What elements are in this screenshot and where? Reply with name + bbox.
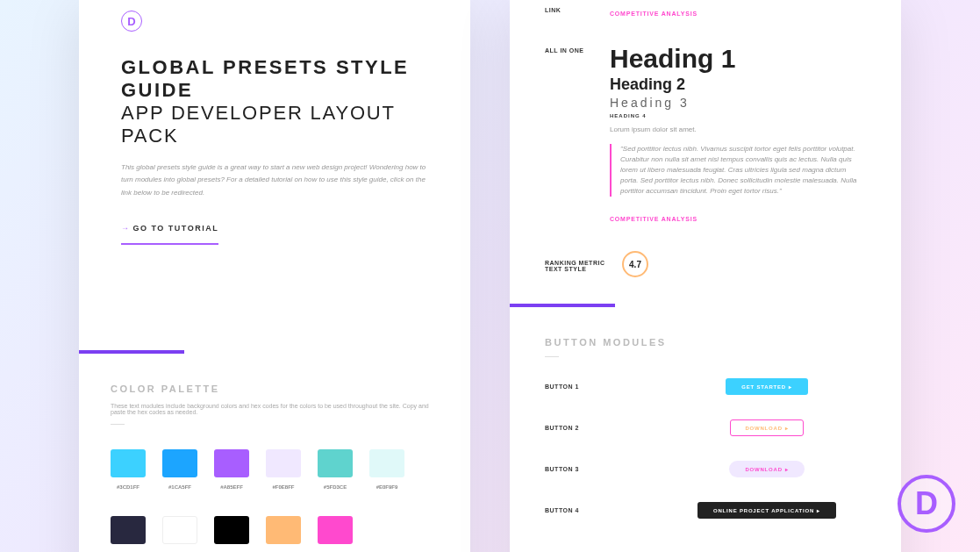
mini-divider	[545, 356, 559, 357]
swatch-label: #3CD1FF	[117, 484, 139, 490]
swatch-item: #1CA5FF	[162, 449, 197, 490]
swatch-row-1: #3CD1FF #1CA5FF #A85EFF #F0E8FF #5FD3CE …	[111, 449, 439, 490]
color-swatch	[214, 516, 249, 544]
heading-4: HEADING 4	[610, 113, 866, 118]
swatch-item: #FFBA75	[266, 516, 301, 552]
swatch-item: #F0E8FF	[266, 449, 301, 490]
arrow-icon: ▸	[785, 425, 789, 431]
get-started-button[interactable]: GET STARTED▸	[726, 378, 808, 395]
color-palette-title: COLOR PALETTE	[111, 384, 439, 394]
blockquote: "Sed porttitor lectus nibh. Vivamus susc…	[610, 144, 866, 197]
color-swatch	[162, 449, 197, 477]
heading-3: Heading 3	[610, 96, 866, 110]
allinone-label: ALL IN ONE	[545, 44, 610, 225]
color-swatch	[266, 449, 301, 477]
right-panel: LINK COMPETITIVE ANALYSIS ALL IN ONE Hea…	[510, 0, 901, 552]
swatch-label: #1CA5FF	[168, 484, 191, 490]
tutorial-link[interactable]: →GO TO TUTORIAL	[121, 224, 218, 245]
lorem-text: Lorum ipsum dolor sit amet.	[610, 125, 866, 133]
swatch-item: #FF49CE	[318, 516, 353, 552]
download-button-pill[interactable]: DOWNLOAD▸	[729, 461, 804, 477]
competitive-analysis-link[interactable]: COMPETITIVE ANALYSIS	[610, 11, 697, 17]
hero-description: This global presets style guide is a gre…	[121, 161, 428, 199]
floating-logo-icon[interactable]: D	[898, 475, 955, 533]
arrow-icon: ▸	[817, 507, 820, 513]
heading-1: Heading 1	[610, 44, 866, 74]
swatch-item: #FFFFFF	[162, 516, 197, 552]
button-text: ONLINE PROJECT APPLICATION	[713, 508, 814, 513]
swatch-item: #A85EFF	[214, 449, 249, 490]
color-swatch	[318, 449, 353, 477]
swatch-item: #3CD1FF	[111, 449, 146, 490]
color-palette-subtitle: These text modules include background co…	[111, 403, 439, 415]
swatch-label: #F0E8FF	[272, 484, 294, 490]
arrow-icon: ▸	[785, 466, 789, 472]
swatch-label: #E0F9F9	[376, 484, 398, 490]
logo-icon: D	[121, 11, 142, 32]
heading-2: Heading 2	[610, 75, 866, 94]
button-text: DOWNLOAD	[745, 426, 782, 431]
color-swatch	[162, 516, 197, 544]
download-button[interactable]: DOWNLOAD▸	[730, 419, 803, 436]
tutorial-link-label: GO TO TUTORIAL	[133, 224, 219, 233]
color-swatch	[266, 516, 301, 544]
swatch-item: #5FD3CE	[318, 449, 353, 490]
color-swatch	[318, 516, 353, 544]
metric-circle: 4.7	[622, 251, 648, 277]
color-swatch	[214, 449, 249, 477]
button-3-label: BUTTON 3	[545, 466, 668, 472]
button-2-label: BUTTON 2	[545, 425, 668, 431]
hero-title-2: APP DEVELOPER LAYOUT PACK	[121, 102, 428, 147]
arrow-icon: ▸	[789, 384, 792, 390]
swatch-label: #A85EFF	[220, 484, 243, 490]
button-text: GET STARTED	[741, 384, 786, 390]
project-application-button[interactable]: ONLINE PROJECT APPLICATION▸	[697, 502, 836, 519]
arrow-icon: →	[121, 224, 131, 233]
button-4-label: BUTTON 4	[545, 507, 668, 513]
left-panel: D GLOBAL PRESETS STYLE GUIDE APP DEVELOP…	[79, 0, 470, 552]
swatch-label: #5FD3CE	[324, 484, 347, 490]
metric-label: RANKING METRIC TEXT STYLE	[545, 256, 610, 272]
mini-divider	[111, 424, 125, 425]
color-swatch	[369, 449, 404, 477]
link-row-label: LINK	[545, 4, 610, 19]
swatch-item: #E0F9F9	[369, 449, 404, 490]
swatch-row-2: #28283F #FFFFFF #00000 #FFBA75 #FF49CE	[111, 516, 439, 552]
swatch-item: #00000	[214, 516, 249, 552]
button-text: DOWNLOAD	[745, 467, 782, 472]
color-swatch	[111, 449, 146, 477]
hero-title-1: GLOBAL PRESETS STYLE GUIDE	[121, 56, 428, 102]
competitive-analysis-link-2[interactable]: COMPETITIVE ANALYSIS	[610, 216, 697, 222]
color-swatch	[111, 516, 146, 544]
swatch-item: #28283F	[111, 516, 146, 552]
button-1-label: BUTTON 1	[545, 384, 668, 390]
button-modules-title: BUTTON MODULES	[545, 337, 866, 348]
